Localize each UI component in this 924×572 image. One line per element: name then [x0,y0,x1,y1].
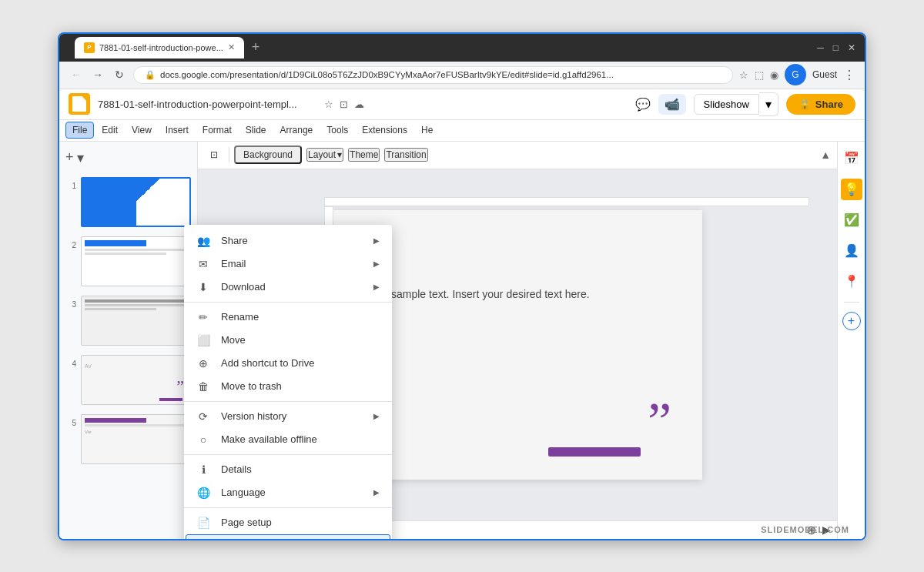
browser-titlebar: P 7881-01-self-introduction-powe... ✕ + … [59,34,865,62]
slides-logo [72,96,86,112]
menu-view[interactable]: View [126,122,158,138]
menu-insert[interactable]: Insert [159,122,195,138]
details-dd-icon: ℹ [196,463,210,476]
dd-share[interactable]: 👥 Share ▶ [184,229,392,253]
more-options-button[interactable]: ⋮ [843,68,855,82]
cloud-icon[interactable]: ☁ [354,99,364,110]
background-button[interactable]: Background [234,146,302,164]
tasks-panel-icon[interactable]: ✅ [841,209,862,231]
contacts-panel-icon[interactable]: 👤 [841,240,862,262]
dd-shortcut-label: Add shortcut to Drive [221,357,380,369]
bookmark-icon[interactable]: ☆ [739,69,748,81]
menu-format[interactable]: Format [196,122,238,138]
app-header: 7881-01-self-introduction-powerpoint-tem… [59,89,865,120]
dd-add-shortcut[interactable]: ⊕ Add shortcut to Drive [184,352,392,375]
dd-offline[interactable]: ○ Make available offline [184,428,392,451]
share-button[interactable]: 🔒 Share [786,94,855,115]
add-slide-panel-button[interactable]: + [65,149,74,166]
panel-separator [844,302,859,303]
maps-panel-icon[interactable]: 📍 [841,271,862,293]
slide-thumb-4[interactable]: 4 ” AV [62,352,194,408]
menu-extensions[interactable]: Extensions [356,122,413,138]
slide-panel-more[interactable]: ▾ [77,149,84,166]
right-panel: 📅 💡 ✅ 👤 📍 + [837,142,865,539]
dd-language[interactable]: 🌐 Language ▶ [184,481,392,504]
slide-preview-5[interactable]: Vie [81,414,191,464]
lock-icon: 🔒 [145,70,156,80]
theme-button[interactable]: Theme [348,148,380,162]
dd-language-label: Language [221,487,363,498]
dd-trash[interactable]: 🗑 Move to trash [184,375,392,398]
layout-button[interactable]: Layout ▾ [306,148,343,162]
slide-preview-2[interactable] [81,236,191,286]
slide-num-3: 3 [65,300,76,309]
dd-download[interactable]: ⬇ Download ▶ [184,276,392,299]
dd-divider-3 [184,454,392,455]
meet-icon: 📹 [665,97,680,112]
dd-download-label: Download [221,281,363,293]
dd-details[interactable]: ℹ Details [184,458,392,481]
slides-panel: + ▾ 1 2 3 [59,142,198,539]
close-button[interactable]: ✕ [848,42,855,53]
dd-version-history[interactable]: ⟳ Version history ▶ [184,405,392,428]
meet-button[interactable]: 📹 [658,94,686,115]
notes-panel-icon[interactable]: 💡 [841,179,862,200]
slide-preview-4[interactable]: ” AV [81,355,191,405]
dd-email[interactable]: ✉ Email ▶ [184,253,392,276]
dd-rename[interactable]: ✏ Rename [184,306,392,329]
slide-num-2: 2 [65,241,76,249]
comment-button[interactable]: 💬 [635,97,651,112]
menu-edit[interactable]: Edit [95,122,124,138]
maximize-button[interactable]: □ [833,42,839,53]
url-bar[interactable]: 🔒 docs.google.com/presentation/d/1D9CiL0… [133,66,733,84]
share-dd-icon: 👥 [196,235,210,247]
toolbar-expand-button[interactable]: ▲ [820,149,831,161]
active-tab[interactable]: P 7881-01-self-introduction-powe... ✕ [75,37,244,59]
menu-tools[interactable]: Tools [320,122,354,138]
email-dd-icon: ✉ [196,258,210,270]
reload-button[interactable]: ↻ [112,69,127,81]
tab-title: 7881-01-self-introduction-powe... [99,43,223,52]
menu-help[interactable]: He [415,122,439,138]
dd-print-preview[interactable]: 📄 Print preview 👆 [186,534,390,539]
slide-thumb-2[interactable]: 2 [62,233,194,289]
menu-arrange[interactable]: Arrange [274,122,320,138]
menu-file[interactable]: File [65,122,94,139]
extension-icon[interactable]: ◉ [770,69,778,81]
email-arrow-icon: ▶ [373,259,380,268]
dd-move[interactable]: ⬜ Move [184,329,392,352]
slide-preview-3[interactable] [81,296,191,346]
dd-version-label: Version history [221,410,363,422]
transition-button[interactable]: Transition [384,148,427,162]
menu-slide[interactable]: Slide [239,122,273,138]
slideshow-dropdown-button[interactable]: ▾ [759,92,778,116]
language-arrow-icon: ▶ [373,488,380,497]
dd-page-setup[interactable]: 📄 Page setup [184,511,392,534]
profile-area: G Guest [785,64,837,85]
back-button[interactable]: ← [69,69,84,81]
page-setup-dd-icon: 📄 [196,517,210,529]
tab-close-button[interactable]: ✕ [228,42,235,52]
minimize-button[interactable]: ─ [817,42,824,53]
slideshow-button[interactable]: Slideshow [694,94,759,115]
slide-thumb-5[interactable]: 5 Vie [62,411,194,467]
dd-offline-label: Make available offline [221,433,380,445]
forward-button[interactable]: → [90,69,105,81]
calendar-panel-icon[interactable]: 📅 [841,148,862,169]
ruler-horizontal [324,197,809,206]
toolbar-fullscreen-button[interactable]: ⊡ [204,147,224,162]
document-title[interactable]: 7881-01-self-introduction-powerpoint-tem… [98,99,313,110]
star-icon[interactable]: ☆ [324,99,333,110]
panel-add-button[interactable]: + [842,312,861,330]
profile-icon[interactable]: G [785,64,806,85]
cast-icon[interactable]: ⬚ [755,69,764,81]
address-bar: ← → ↻ 🔒 docs.google.com/presentation/d/1… [59,62,865,89]
slide-preview-1[interactable] [81,177,191,227]
dd-page-setup-label: Page setup [221,517,380,528]
slide-thumb-1[interactable]: 1 [62,174,194,230]
new-tab-button[interactable]: + [247,39,265,55]
folder-icon[interactable]: ⊡ [340,99,348,110]
dd-divider-4 [184,507,392,508]
layout-label: Layout [308,149,336,160]
slide-thumb-3[interactable]: 3 [62,293,194,349]
